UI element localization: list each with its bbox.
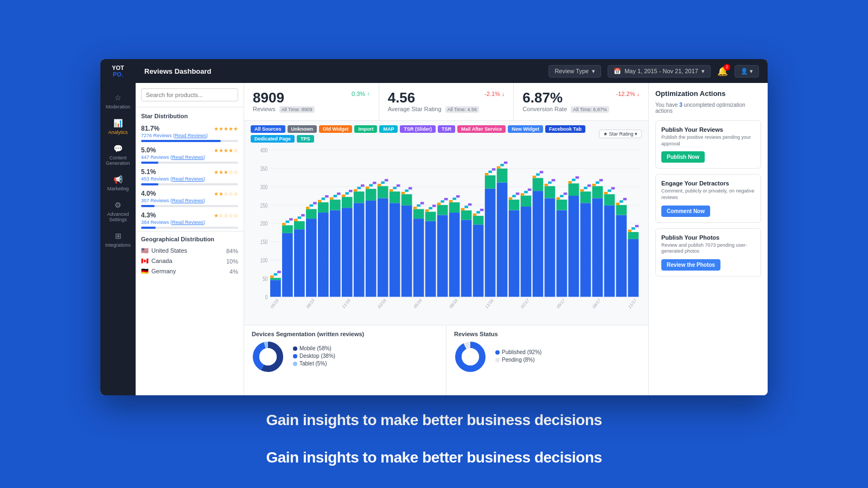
filter-tag[interactable]: Dedicated Page [251,135,295,143]
svg-rect-99 [449,202,460,213]
filter-tag[interactable]: TSR (Slider) [400,125,436,133]
svg-text:08/17: 08/17 [592,298,602,310]
svg-rect-24 [282,233,293,297]
notification-bell[interactable]: 🔔 2 [717,66,728,76]
svg-rect-156 [576,176,579,178]
optimization-card: Publish Your Photos Review and publish 7… [655,228,761,277]
star-bar-bg [141,205,238,207]
svg-rect-150 [564,192,567,195]
read-reviews-link[interactable]: 357 Reviews (Read Reviews) [141,198,238,203]
svg-rect-42 [318,200,322,202]
filter-tag[interactable]: All Sources [251,125,285,133]
svg-text:02/16: 02/16 [377,297,387,310]
read-reviews-link[interactable]: 384 Reviews (Read Reviews) [141,220,238,225]
svg-rect-157 [580,203,591,297]
filter-tag[interactable]: Import [354,125,377,133]
star-rating-button[interactable]: ★ Star Rating ▾ [599,130,642,138]
legend-item: Tablet (5%) [293,361,335,367]
filter-tag[interactable]: Mail After Service [457,125,506,133]
bottom-panels: Devices Segmentation (written reviews) M… [244,325,648,395]
star-icon: ★★★★★ [214,126,238,132]
svg-rect-115 [485,175,496,188]
svg-rect-65 [373,182,376,184]
advanced-icon: ⚙ [113,200,123,210]
svg-rect-155 [572,179,576,181]
svg-rect-73 [390,191,400,203]
svg-rect-45 [330,210,341,297]
svg-rect-30 [294,221,305,229]
svg-rect-53 [345,192,349,194]
sidebar-item-advanced[interactable]: ⚙ Advanced Settings [100,196,136,227]
sidebar-item-integrations[interactable]: ⊞ Integrations [100,227,136,252]
sidebar-item-analytics[interactable]: 📊 Analytics [100,114,136,139]
svg-rect-147 [557,200,567,210]
svg-text:200: 200 [260,221,268,227]
sidebar-item-moderation[interactable]: ☆ Moderation [100,88,136,114]
star-icon: ★☆☆☆☆ [214,213,238,219]
filter-tag[interactable]: Old Widget [319,125,352,133]
read-reviews-link[interactable]: 453 Reviews (Read Reviews) [141,176,238,182]
star-bar-fill [141,183,158,185]
sidebar-item-marketing[interactable]: 📢 Marketing [100,170,136,196]
svg-rect-165 [596,182,599,184]
content-area: Star Distribution 81.7% ★★★★★ 7276 Revie… [136,83,768,395]
svg-rect-111 [473,214,477,216]
sidebar-item-content[interactable]: 💬 Content Generation [100,139,136,170]
read-reviews-link[interactable]: 7276 Reviews (Read Reviews) [141,133,238,138]
opt-action-button[interactable]: Comment Now [661,206,710,217]
filter-tag[interactable]: MAP [379,125,398,133]
svg-rect-117 [488,171,492,173]
svg-rect-120 [497,183,508,297]
filter-tag[interactable]: TSR [438,125,455,133]
svg-point-187 [259,348,277,365]
review-type-filter[interactable]: Review Type ▾ [548,65,601,78]
svg-rect-128 [512,195,516,197]
filter-tag[interactable]: Facebook Tab [545,125,585,133]
stat-label: Conversion Rate All Time: 6.87% [522,106,640,113]
svg-rect-33 [301,214,305,216]
date-range-picker[interactable]: 📅 May 1, 2015 - Nov 21, 2017 ▾ [608,65,711,78]
svg-rect-102 [456,195,460,197]
stat-label: Reviews All Time: 8909 [253,106,370,113]
svg-rect-46 [330,200,341,210]
read-reviews-link[interactable]: 447 Reviews (Read Reviews) [141,155,238,160]
svg-rect-54 [349,190,353,192]
svg-rect-69 [381,182,385,184]
stat-conversion: 6.87% -12.2% ↓ Conversion Rate All Time:… [514,83,648,120]
svg-text:300: 300 [260,184,268,190]
opt-action-button[interactable]: Review the Photos [661,259,720,271]
star-distribution-list: 81.7% ★★★★★ 7276 Reviews (Read Reviews) … [136,123,244,231]
filter-tag[interactable]: New Widget [508,125,543,133]
geo-country: 🇩🇪Germany [141,268,176,275]
svg-rect-85 [417,204,420,207]
svg-text:08/15: 08/15 [305,297,315,310]
opt-action-button[interactable]: Publish Now [661,151,705,163]
search-input[interactable] [141,88,238,101]
stat-number: 4.56 [388,91,416,105]
svg-rect-26 [282,223,286,225]
legend-label: Pending (8%) [502,357,535,363]
svg-rect-174 [616,205,627,215]
svg-rect-110 [473,216,484,224]
star-icon: ★★☆☆☆ [214,191,238,197]
optimization-card: Engage Your Detractors Comment, publicly… [655,174,761,222]
svg-rect-144 [548,182,552,184]
filter-tag[interactable]: TPS [297,135,314,143]
devices-legend: Mobile (58%)Desktop (38%)Tablet (5%) [293,345,335,368]
svg-rect-56 [354,203,365,297]
user-menu[interactable]: 👤 ▾ [735,65,759,78]
topbar: Reviews Dashboard Review Type ▾ 📅 May 1,… [136,59,768,83]
devices-content: Mobile (58%)Desktop (38%)Tablet (5%) [252,341,438,373]
svg-rect-70 [385,179,388,181]
svg-rect-31 [294,219,298,221]
geo-rows: 🇺🇸United States 84% 🇨🇦Canada 10% 🇩🇪Germa… [141,246,238,277]
legend-item: Mobile (58%) [293,345,335,351]
svg-rect-58 [354,189,358,191]
star-bar-fill [141,162,158,164]
star-bar-bg [141,140,238,142]
filter-tag[interactable]: Unknown [288,125,317,133]
geo-title: Geographical Distribution [141,236,238,246]
svg-rect-84 [413,207,417,209]
svg-rect-66 [378,198,388,297]
svg-rect-178 [628,239,639,297]
